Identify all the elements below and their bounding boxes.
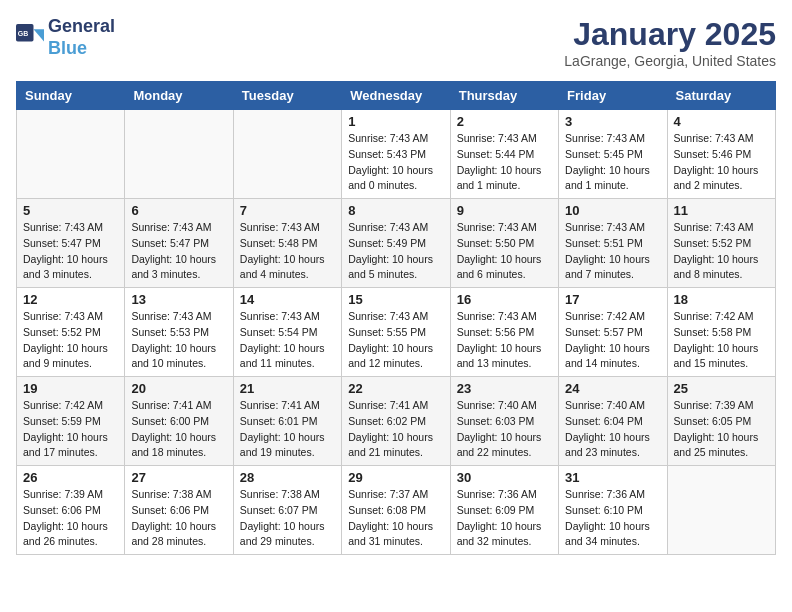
day-number: 19	[23, 381, 118, 396]
logo-line2: Blue	[48, 38, 115, 60]
calendar-day-cell: 8Sunrise: 7:43 AM Sunset: 5:49 PM Daylig…	[342, 199, 450, 288]
day-info: Sunrise: 7:43 AM Sunset: 5:55 PM Dayligh…	[348, 309, 443, 372]
day-number: 10	[565, 203, 660, 218]
logo: GB General Blue	[16, 16, 115, 59]
day-number: 28	[240, 470, 335, 485]
day-number: 7	[240, 203, 335, 218]
calendar-day-cell: 3Sunrise: 7:43 AM Sunset: 5:45 PM Daylig…	[559, 110, 667, 199]
calendar-week-row: 19Sunrise: 7:42 AM Sunset: 5:59 PM Dayli…	[17, 377, 776, 466]
weekday-header-cell: Friday	[559, 82, 667, 110]
day-number: 14	[240, 292, 335, 307]
calendar-day-cell: 14Sunrise: 7:43 AM Sunset: 5:54 PM Dayli…	[233, 288, 341, 377]
calendar-day-cell: 6Sunrise: 7:43 AM Sunset: 5:47 PM Daylig…	[125, 199, 233, 288]
day-info: Sunrise: 7:41 AM Sunset: 6:00 PM Dayligh…	[131, 398, 226, 461]
day-number: 2	[457, 114, 552, 129]
calendar-day-cell: 13Sunrise: 7:43 AM Sunset: 5:53 PM Dayli…	[125, 288, 233, 377]
calendar-day-cell: 15Sunrise: 7:43 AM Sunset: 5:55 PM Dayli…	[342, 288, 450, 377]
calendar-day-cell: 24Sunrise: 7:40 AM Sunset: 6:04 PM Dayli…	[559, 377, 667, 466]
day-info: Sunrise: 7:43 AM Sunset: 5:52 PM Dayligh…	[674, 220, 769, 283]
day-number: 26	[23, 470, 118, 485]
day-number: 18	[674, 292, 769, 307]
calendar-day-cell: 16Sunrise: 7:43 AM Sunset: 5:56 PM Dayli…	[450, 288, 558, 377]
calendar-day-cell: 5Sunrise: 7:43 AM Sunset: 5:47 PM Daylig…	[17, 199, 125, 288]
calendar-week-row: 12Sunrise: 7:43 AM Sunset: 5:52 PM Dayli…	[17, 288, 776, 377]
weekday-header-cell: Thursday	[450, 82, 558, 110]
weekday-header-row: SundayMondayTuesdayWednesdayThursdayFrid…	[17, 82, 776, 110]
day-info: Sunrise: 7:43 AM Sunset: 5:46 PM Dayligh…	[674, 131, 769, 194]
calendar-day-cell: 12Sunrise: 7:43 AM Sunset: 5:52 PM Dayli…	[17, 288, 125, 377]
day-number: 15	[348, 292, 443, 307]
calendar-day-cell: 11Sunrise: 7:43 AM Sunset: 5:52 PM Dayli…	[667, 199, 775, 288]
day-number: 22	[348, 381, 443, 396]
calendar-day-cell: 7Sunrise: 7:43 AM Sunset: 5:48 PM Daylig…	[233, 199, 341, 288]
day-info: Sunrise: 7:43 AM Sunset: 5:43 PM Dayligh…	[348, 131, 443, 194]
calendar-day-cell: 21Sunrise: 7:41 AM Sunset: 6:01 PM Dayli…	[233, 377, 341, 466]
calendar-day-cell: 25Sunrise: 7:39 AM Sunset: 6:05 PM Dayli…	[667, 377, 775, 466]
day-info: Sunrise: 7:42 AM Sunset: 5:57 PM Dayligh…	[565, 309, 660, 372]
day-info: Sunrise: 7:43 AM Sunset: 5:45 PM Dayligh…	[565, 131, 660, 194]
day-number: 3	[565, 114, 660, 129]
day-info: Sunrise: 7:38 AM Sunset: 6:07 PM Dayligh…	[240, 487, 335, 550]
day-info: Sunrise: 7:43 AM Sunset: 5:53 PM Dayligh…	[131, 309, 226, 372]
day-number: 5	[23, 203, 118, 218]
weekday-header-cell: Sunday	[17, 82, 125, 110]
calendar-day-cell: 20Sunrise: 7:41 AM Sunset: 6:00 PM Dayli…	[125, 377, 233, 466]
day-info: Sunrise: 7:41 AM Sunset: 6:02 PM Dayligh…	[348, 398, 443, 461]
day-number: 20	[131, 381, 226, 396]
day-info: Sunrise: 7:42 AM Sunset: 5:58 PM Dayligh…	[674, 309, 769, 372]
day-number: 12	[23, 292, 118, 307]
day-number: 8	[348, 203, 443, 218]
calendar-day-cell: 29Sunrise: 7:37 AM Sunset: 6:08 PM Dayli…	[342, 466, 450, 555]
weekday-header-cell: Tuesday	[233, 82, 341, 110]
calendar-day-cell: 18Sunrise: 7:42 AM Sunset: 5:58 PM Dayli…	[667, 288, 775, 377]
weekday-header-cell: Wednesday	[342, 82, 450, 110]
calendar-day-cell: 22Sunrise: 7:41 AM Sunset: 6:02 PM Dayli…	[342, 377, 450, 466]
weekday-header-cell: Monday	[125, 82, 233, 110]
calendar-day-cell: 27Sunrise: 7:38 AM Sunset: 6:06 PM Dayli…	[125, 466, 233, 555]
calendar: SundayMondayTuesdayWednesdayThursdayFrid…	[16, 81, 776, 555]
calendar-day-cell	[667, 466, 775, 555]
day-number: 17	[565, 292, 660, 307]
day-number: 23	[457, 381, 552, 396]
day-number: 4	[674, 114, 769, 129]
calendar-day-cell: 26Sunrise: 7:39 AM Sunset: 6:06 PM Dayli…	[17, 466, 125, 555]
calendar-day-cell: 19Sunrise: 7:42 AM Sunset: 5:59 PM Dayli…	[17, 377, 125, 466]
day-info: Sunrise: 7:39 AM Sunset: 6:06 PM Dayligh…	[23, 487, 118, 550]
day-number: 21	[240, 381, 335, 396]
title-block: January 2025 LaGrange, Georgia, United S…	[564, 16, 776, 69]
day-info: Sunrise: 7:38 AM Sunset: 6:06 PM Dayligh…	[131, 487, 226, 550]
day-number: 16	[457, 292, 552, 307]
day-info: Sunrise: 7:43 AM Sunset: 5:47 PM Dayligh…	[23, 220, 118, 283]
day-info: Sunrise: 7:37 AM Sunset: 6:08 PM Dayligh…	[348, 487, 443, 550]
day-number: 6	[131, 203, 226, 218]
calendar-week-row: 1Sunrise: 7:43 AM Sunset: 5:43 PM Daylig…	[17, 110, 776, 199]
calendar-day-cell: 2Sunrise: 7:43 AM Sunset: 5:44 PM Daylig…	[450, 110, 558, 199]
logo-icon: GB	[16, 24, 44, 52]
day-info: Sunrise: 7:36 AM Sunset: 6:10 PM Dayligh…	[565, 487, 660, 550]
calendar-day-cell: 17Sunrise: 7:42 AM Sunset: 5:57 PM Dayli…	[559, 288, 667, 377]
day-info: Sunrise: 7:43 AM Sunset: 5:51 PM Dayligh…	[565, 220, 660, 283]
calendar-day-cell	[125, 110, 233, 199]
calendar-week-row: 5Sunrise: 7:43 AM Sunset: 5:47 PM Daylig…	[17, 199, 776, 288]
day-info: Sunrise: 7:41 AM Sunset: 6:01 PM Dayligh…	[240, 398, 335, 461]
day-info: Sunrise: 7:43 AM Sunset: 5:54 PM Dayligh…	[240, 309, 335, 372]
calendar-day-cell: 1Sunrise: 7:43 AM Sunset: 5:43 PM Daylig…	[342, 110, 450, 199]
calendar-day-cell: 4Sunrise: 7:43 AM Sunset: 5:46 PM Daylig…	[667, 110, 775, 199]
day-info: Sunrise: 7:43 AM Sunset: 5:49 PM Dayligh…	[348, 220, 443, 283]
calendar-day-cell: 23Sunrise: 7:40 AM Sunset: 6:03 PM Dayli…	[450, 377, 558, 466]
day-number: 24	[565, 381, 660, 396]
day-info: Sunrise: 7:36 AM Sunset: 6:09 PM Dayligh…	[457, 487, 552, 550]
day-number: 30	[457, 470, 552, 485]
day-info: Sunrise: 7:43 AM Sunset: 5:56 PM Dayligh…	[457, 309, 552, 372]
calendar-day-cell	[233, 110, 341, 199]
calendar-day-cell: 31Sunrise: 7:36 AM Sunset: 6:10 PM Dayli…	[559, 466, 667, 555]
day-number: 11	[674, 203, 769, 218]
calendar-day-cell: 9Sunrise: 7:43 AM Sunset: 5:50 PM Daylig…	[450, 199, 558, 288]
day-info: Sunrise: 7:43 AM Sunset: 5:50 PM Dayligh…	[457, 220, 552, 283]
weekday-header-cell: Saturday	[667, 82, 775, 110]
day-info: Sunrise: 7:43 AM Sunset: 5:44 PM Dayligh…	[457, 131, 552, 194]
day-info: Sunrise: 7:39 AM Sunset: 6:05 PM Dayligh…	[674, 398, 769, 461]
day-info: Sunrise: 7:43 AM Sunset: 5:52 PM Dayligh…	[23, 309, 118, 372]
day-number: 27	[131, 470, 226, 485]
calendar-day-cell: 10Sunrise: 7:43 AM Sunset: 5:51 PM Dayli…	[559, 199, 667, 288]
